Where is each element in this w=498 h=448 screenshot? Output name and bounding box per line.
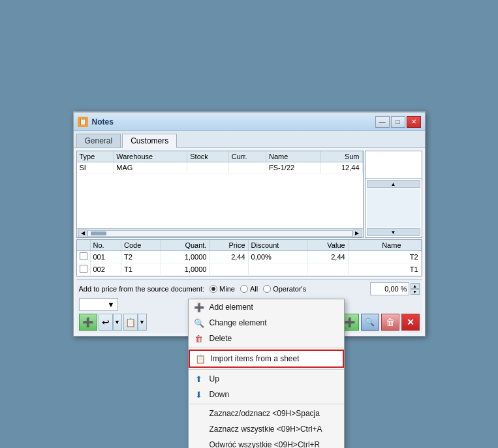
right-delete-btn[interactable]: 🗑 bbox=[381, 314, 399, 331]
checkbox[interactable] bbox=[80, 265, 87, 273]
ctx-import[interactable]: 📋 Import items from a sheet bbox=[189, 350, 344, 368]
col-name: Name bbox=[348, 240, 421, 251]
tab-customers[interactable]: Customers bbox=[122, 134, 177, 148]
right-scroll-up[interactable]: ▲ bbox=[367, 180, 420, 188]
zaznacz-icon bbox=[194, 408, 204, 419]
ctx-down-label: Down bbox=[210, 390, 230, 399]
right-search-btn[interactable]: 🔍 bbox=[361, 314, 379, 331]
right-scroll-track[interactable] bbox=[367, 188, 420, 228]
row1-code: T2 bbox=[121, 251, 161, 263]
top-table-container: Type Warehouse Stock Curr. Name Sum SI bbox=[76, 151, 364, 238]
restore-button[interactable]: □ bbox=[391, 116, 405, 128]
title-bar-left: 📋 Notes bbox=[78, 117, 114, 127]
ctx-zaznacz-label: Zaznacz/odznacz <09H>Spacja bbox=[210, 409, 320, 418]
tab-general[interactable]: General bbox=[76, 134, 121, 147]
col-type: Type bbox=[77, 151, 114, 162]
row1-discount: 0,00% bbox=[248, 251, 307, 263]
row2-value bbox=[307, 263, 348, 276]
ctx-down[interactable]: ⬇ Down bbox=[189, 387, 344, 402]
change-icon: 🔍 bbox=[194, 318, 204, 328]
ctx-sep-3 bbox=[189, 404, 344, 404]
col-discount: Discount bbox=[248, 240, 307, 251]
col-stock: Stock bbox=[187, 151, 229, 162]
scroll-track[interactable] bbox=[87, 230, 352, 237]
minimize-button[interactable]: — bbox=[375, 116, 390, 128]
scroll-right-btn[interactable]: ▶ bbox=[352, 230, 362, 237]
ctx-up[interactable]: ⬆ Up bbox=[189, 371, 344, 387]
row1-price: 2,44 bbox=[210, 251, 248, 263]
checkbox[interactable] bbox=[80, 252, 87, 260]
action-btn[interactable]: 📋 bbox=[123, 314, 138, 331]
ctx-add-label: Add element bbox=[210, 303, 253, 312]
radio-all-dot[interactable] bbox=[240, 285, 248, 293]
row1-no: 001 bbox=[90, 251, 121, 263]
top-section: Type Warehouse Stock Curr. Name Sum SI bbox=[76, 151, 422, 238]
radio-all[interactable]: All bbox=[240, 285, 258, 293]
table-row[interactable]: 002 T1 1,0000 T1 bbox=[77, 263, 422, 276]
tab-bar: General Customers bbox=[74, 131, 425, 148]
main-window: 📋 Notes — □ ✕ General Customers bbox=[73, 112, 426, 336]
ctx-sep-2 bbox=[189, 369, 344, 370]
row1-check[interactable] bbox=[77, 251, 91, 263]
radio-operators-label: Operator's bbox=[273, 285, 306, 293]
col-price: Price bbox=[210, 240, 248, 251]
col-quant: Quant. bbox=[161, 240, 210, 251]
row1-quant: 1,0000 bbox=[161, 251, 210, 263]
ctx-delete[interactable]: 🗑 Delete bbox=[189, 331, 344, 346]
table-row[interactable]: 001 T2 1,0000 2,44 0,00% 2,44 T2 bbox=[77, 251, 422, 263]
ctx-sep-1 bbox=[189, 348, 344, 348]
delete-icon: 🗑 bbox=[194, 333, 204, 344]
ctx-zaznacz-all-label: Zaznacz wszystkie <09H>Ctrl+A bbox=[210, 425, 322, 434]
radio-mine-label: Mine bbox=[219, 285, 235, 293]
left-buttons: ➕ ↩ ▼ 📋 ▼ bbox=[79, 314, 147, 331]
ctx-import-label: Import items from a sheet bbox=[211, 354, 300, 363]
ctx-up-label: Up bbox=[210, 374, 219, 383]
top-right-panel: ▲ ▼ bbox=[365, 151, 422, 238]
add-to-price-label: Add to price from the source document: bbox=[79, 285, 205, 293]
ctx-zaznacz-wszystkie[interactable]: Zaznacz wszystkie <09H>Ctrl+A bbox=[189, 421, 344, 437]
row2-quant: 1,0000 bbox=[161, 263, 210, 276]
ctx-odwroc-label: Odwróć wszystkie <09H>Ctrl+R bbox=[210, 440, 320, 448]
cell-curr bbox=[228, 162, 266, 173]
cell-stock bbox=[187, 162, 229, 173]
radio-group: Mine All Operator's bbox=[210, 285, 306, 293]
add-btn[interactable]: ➕ bbox=[79, 314, 97, 331]
undo-btn[interactable]: ↩ bbox=[99, 314, 113, 331]
radio-mine-dot[interactable] bbox=[210, 285, 217, 293]
top-table-scroll-area: Type Warehouse Stock Curr. Name Sum SI bbox=[77, 151, 363, 228]
import-icon: 📋 bbox=[195, 353, 206, 364]
row2-price bbox=[210, 263, 248, 276]
ctx-delete-label: Delete bbox=[210, 334, 232, 343]
ctx-odwroc-wszystkie[interactable]: Odwróć wszystkie <09H>Ctrl+R bbox=[189, 437, 344, 448]
radio-operators[interactable]: Operator's bbox=[263, 285, 306, 293]
percent-input[interactable] bbox=[370, 282, 409, 295]
title-controls: — □ ✕ bbox=[375, 116, 421, 128]
down-icon: ⬇ bbox=[194, 389, 204, 400]
cell-warehouse: MAG bbox=[114, 162, 187, 173]
window-title: Notes bbox=[92, 117, 114, 127]
scroll-left-btn[interactable]: ◀ bbox=[78, 230, 87, 237]
horizontal-scrollbar[interactable]: ◀ ▶ bbox=[77, 228, 363, 237]
row2-discount bbox=[248, 263, 307, 276]
footer-row: Add to price from the source document: M… bbox=[79, 282, 420, 295]
scroll-thumb bbox=[91, 231, 106, 235]
right-scroll-down[interactable]: ▼ bbox=[367, 228, 420, 236]
ctx-change-element[interactable]: 🔍 Change element bbox=[189, 315, 344, 331]
action-dropdown-btn[interactable]: ▼ bbox=[138, 314, 147, 331]
ctx-add-element[interactable]: ➕ Add element bbox=[189, 299, 344, 315]
col-no: No. bbox=[90, 240, 121, 251]
ctx-change-label: Change element bbox=[210, 318, 267, 327]
col-value: Value bbox=[307, 240, 348, 251]
radio-mine[interactable]: Mine bbox=[210, 285, 235, 293]
dropdown-arrow: ▼ bbox=[108, 301, 115, 308]
row1-value: 2,44 bbox=[307, 251, 348, 263]
table-row[interactable]: SI MAG FS-1/22 12,44 bbox=[77, 162, 363, 173]
undo-dropdown-btn[interactable]: ▼ bbox=[113, 314, 122, 331]
zaznacz-all-icon bbox=[194, 424, 204, 434]
radio-operators-dot[interactable] bbox=[263, 285, 271, 293]
col-name: Name bbox=[266, 151, 321, 162]
dropdown-select[interactable]: ▼ bbox=[79, 298, 118, 311]
row2-check[interactable] bbox=[77, 263, 91, 276]
ctx-zaznacz-odznacz[interactable]: Zaznacz/odznacz <09H>Spacja bbox=[189, 406, 344, 421]
add-icon: ➕ bbox=[194, 302, 204, 312]
